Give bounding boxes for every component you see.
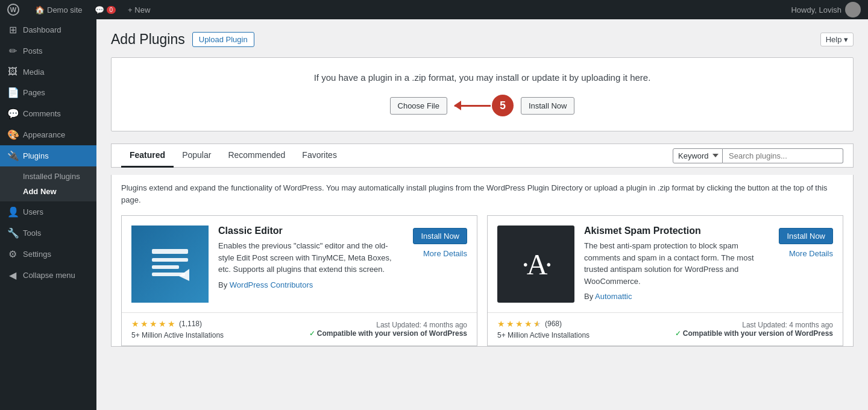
sidebar-item-users[interactable]: 👤 Users <box>0 201 96 222</box>
sidebar: ⊞ Dashboard ✏ Posts 🖼 Media 📄 Pages 💬 Co… <box>0 19 96 410</box>
comments-link[interactable]: 💬 0 <box>89 0 122 19</box>
help-button[interactable]: Help ▾ <box>820 33 854 46</box>
classic-editor-install-button[interactable]: Install Now <box>413 228 467 244</box>
appearance-icon: 🎨 <box>7 129 18 140</box>
classic-editor-author: By WordPress Contributors <box>218 280 403 289</box>
akismet-icon: ·A· <box>497 226 574 303</box>
tab-recommended[interactable]: Recommended <box>219 144 294 168</box>
classic-editor-installs: 5+ Million Active Installations <box>131 331 224 339</box>
tab-featured[interactable]: Featured <box>121 144 174 168</box>
akismet-name: Akismet Spam Protection <box>584 226 769 236</box>
search-type-select[interactable]: Keyword <box>673 148 723 163</box>
main-content: Add Plugins Upload Plugin Help ▾ If you … <box>96 19 868 410</box>
sidebar-item-appearance[interactable]: 🎨 Appearance <box>0 124 96 145</box>
step-number-badge: 5 <box>492 95 514 116</box>
site-name[interactable]: 🏠 Demo site <box>29 0 89 19</box>
new-content-link[interactable]: + New <box>122 0 156 19</box>
akismet-install-button[interactable]: Install Now <box>779 228 833 244</box>
plugin-card-classic-editor: Classic Editor Enables the previous "cla… <box>121 215 477 346</box>
akismet-info: Akismet Spam Protection The best anti-sp… <box>584 226 769 303</box>
sidebar-item-plugins[interactable]: 🔌 Plugins <box>0 145 96 166</box>
akismet-author: By Automattic <box>584 292 769 301</box>
posts-icon: ✏ <box>7 45 18 57</box>
choose-file-button[interactable]: Choose File <box>390 97 447 115</box>
classic-editor-name: Classic Editor <box>218 226 403 236</box>
classic-editor-actions: Install Now More Details <box>413 226 467 303</box>
sidebar-item-media[interactable]: 🖼 Media <box>0 62 96 82</box>
sidebar-item-add-new[interactable]: Add New <box>0 184 96 199</box>
akismet-compatible: ✓ Compatible with your version of WordPr… <box>675 329 834 338</box>
collapse-icon: ◀ <box>7 270 18 281</box>
arrow-line <box>454 105 491 107</box>
arrow-annotation: 5 <box>454 95 514 116</box>
classic-editor-rating: ★ ★ ★ ★ ★ (1,118) <box>131 319 224 329</box>
akismet-card-bottom: ★ ★ ★ ★ ★★ (968) <box>488 312 843 345</box>
classic-editor-review-count: (1,118) <box>179 320 202 328</box>
akismet-installs: 5+ Million Active Installations <box>497 331 590 339</box>
sidebar-item-tools[interactable]: 🔧 Tools <box>0 222 96 244</box>
svg-text:W: W <box>10 6 17 13</box>
classic-editor-card-bottom: ★ ★ ★ ★ ★ (1,118) 5+ Million Active Inst… <box>122 312 477 345</box>
plugin-tabs: Featured Popular Recommended Favorites K… <box>112 144 853 168</box>
wp-logo[interactable]: W <box>7 4 19 16</box>
akismet-actions: Install Now More Details <box>779 226 833 303</box>
upload-box: If you have a plugin in a .zip format, y… <box>111 57 854 131</box>
media-icon: 🖼 <box>7 66 18 77</box>
dashboard-icon: ⊞ <box>7 24 18 36</box>
comments-icon: 💬 <box>7 108 18 119</box>
sidebar-item-dashboard[interactable]: ⊞ Dashboard <box>0 19 96 40</box>
tab-popular[interactable]: Popular <box>174 144 219 168</box>
home-icon: 🏠 <box>35 5 45 14</box>
classic-editor-compatible: ✓ Compatible with your version of WordPr… <box>309 329 468 338</box>
page-title: Add Plugins <box>111 31 185 48</box>
plugins-submenu: Installed Plugins Add New <box>0 166 96 201</box>
tab-favorites[interactable]: Favorites <box>294 144 345 168</box>
akismet-summary: The best anti-spam protection to block s… <box>584 240 769 287</box>
akismet-stars: ★ ★ ★ ★ ★★ <box>497 319 541 329</box>
plugins-icon: 🔌 <box>7 150 18 162</box>
comment-icon: 💬 <box>95 5 104 14</box>
svg-rect-2 <box>152 249 188 254</box>
sidebar-item-settings[interactable]: ⚙ Settings <box>0 244 96 265</box>
classic-editor-info: Classic Editor Enables the previous "cla… <box>218 226 403 303</box>
akismet-last-updated: Last Updated: 4 months ago <box>675 321 834 329</box>
search-plugins-form: Keyword <box>673 148 843 163</box>
sidebar-item-pages[interactable]: 📄 Pages <box>0 82 96 103</box>
upload-form: Choose File 5 Install Now <box>126 95 838 116</box>
pages-icon: 📄 <box>7 87 18 98</box>
collapse-menu[interactable]: ◀ Collapse menu <box>0 265 96 286</box>
svg-rect-4 <box>152 265 179 269</box>
classic-editor-summary: Enables the previous "classic" editor an… <box>218 240 403 276</box>
search-input[interactable] <box>723 148 843 163</box>
upload-description: If you have a plugin in a .zip format, y… <box>126 72 838 83</box>
plugin-grid: Classic Editor Enables the previous "cla… <box>121 215 843 346</box>
classic-editor-stars: ★ ★ ★ ★ ★ <box>131 319 175 329</box>
users-icon: 👤 <box>7 206 18 218</box>
user-menu[interactable]: Howdy, Lovish <box>791 2 861 17</box>
akismet-rating: ★ ★ ★ ★ ★★ (968) <box>497 319 590 329</box>
sidebar-item-comments[interactable]: 💬 Comments <box>0 103 96 124</box>
avatar <box>845 2 861 17</box>
sidebar-item-posts[interactable]: ✏ Posts <box>0 40 96 62</box>
install-now-button[interactable]: Install Now <box>521 97 575 115</box>
plugin-description: Plugins extend and expand the functional… <box>121 182 843 206</box>
svg-rect-3 <box>152 258 188 262</box>
settings-icon: ⚙ <box>7 248 18 260</box>
classic-editor-more-details[interactable]: More Details <box>423 249 467 258</box>
classic-editor-icon <box>131 226 209 303</box>
plugin-card-akismet: ·A· Akismet Spam Protection The best ant… <box>487 215 843 346</box>
topbar: W 🏠 Demo site 💬 0 + New Howdy, Lovish <box>0 0 868 19</box>
akismet-review-count: (968) <box>545 320 562 328</box>
tools-icon: 🔧 <box>7 227 18 239</box>
sidebar-item-installed-plugins[interactable]: Installed Plugins <box>0 169 96 184</box>
akismet-more-details[interactable]: More Details <box>789 249 833 258</box>
upload-plugin-button[interactable]: Upload Plugin <box>192 32 254 47</box>
classic-editor-last-updated: Last Updated: 4 months ago <box>309 321 468 329</box>
